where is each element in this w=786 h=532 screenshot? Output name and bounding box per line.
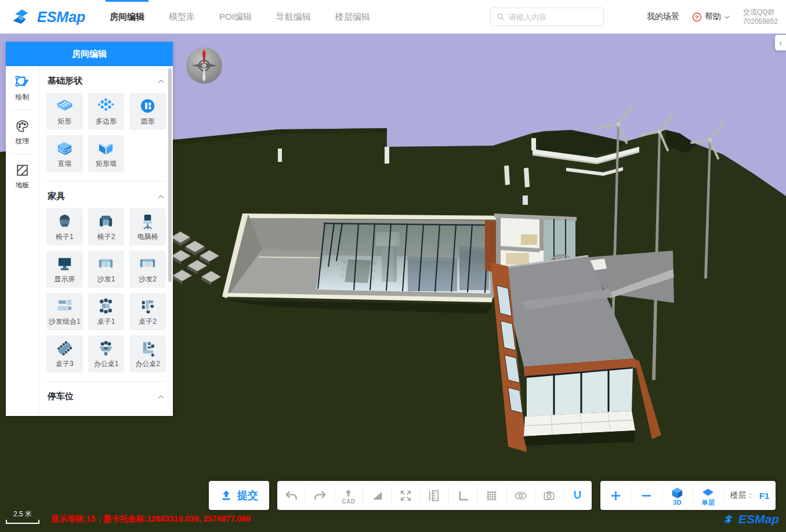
chevron-up-icon [157,77,165,85]
view-toolbar: 3D 单层 楼层： F1 [600,481,776,510]
section-basic-shapes: 基础形状矩形多边形圆形直墙矩形墙 [46,66,166,172]
table-3-icon [56,339,74,357]
upload-icon [220,489,233,502]
tile-label: 多边形 [96,117,117,126]
section-title-furniture[interactable]: 家具 [46,183,166,208]
tile-label: 办公桌2 [135,359,160,369]
toolbar-grid-button[interactable] [478,481,506,510]
shape-tile-office-desk-1[interactable]: 办公桌1 [88,335,125,372]
shape-tile-table-1[interactable]: 桌子1 [88,293,125,330]
panel-scrollbar[interactable] [168,68,172,282]
sidebar-tool-label: 绘制 [16,92,30,102]
collapse-panel-button[interactable]: ‹ [775,35,786,50]
shape-tile-straight-wall[interactable]: 直墙 [46,135,83,172]
toolbar-undo-button[interactable] [277,481,305,510]
section-title-basic-shapes[interactable]: 基础形状 [46,67,166,93]
esmap-logo[interactable]: ESMap [10,0,85,34]
toolbar-corner-button[interactable] [449,481,477,510]
shape-tile-table-2[interactable]: 桌子2 [129,293,166,330]
floor-value[interactable]: F1 [759,491,770,501]
tile-label: 沙发组合1 [49,317,81,327]
zoom-out-button[interactable] [631,481,661,510]
toolbar-redo-button[interactable] [306,481,334,510]
tile-label: 矩形 [57,117,71,126]
nav-tabs: 房间编辑模型库POI编辑导航编辑楼层编辑 [97,0,382,34]
help-menu[interactable]: ? 帮助 [692,12,730,22]
glass-room [316,223,490,294]
tab-poi-edit[interactable]: POI编辑 [207,0,264,34]
shape-tile-polygon[interactable]: 多边形 [88,93,125,130]
straight-wall-icon [56,139,74,157]
shape-tile-circle[interactable]: 圆形 [129,93,166,130]
shape-tile-computer-chair[interactable]: 电脑椅 [129,208,166,245]
search-input[interactable] [509,13,597,21]
chair-2-icon [97,212,115,230]
shape-tile-sofa-2[interactable]: 沙发2 [129,251,166,288]
draw-icon [15,75,30,89]
esmap-logo-icon [10,7,32,27]
grid-icon [485,489,498,502]
search-icon [497,13,505,21]
toolbar-mark-button[interactable] [363,481,391,510]
shape-tile-office-desk-2[interactable]: 办公桌2 [129,335,166,372]
submit-label: 提交 [237,488,258,502]
toolbar-snap-button[interactable] [564,481,592,510]
corner-icon [457,489,470,502]
tile-label: 圆形 [141,117,155,126]
shape-tile-sofa-1[interactable]: 沙发1 [88,251,125,288]
compass[interactable] [186,47,223,84]
eye-icon [514,489,527,502]
shape-tile-monitor[interactable]: 显示屏 [46,251,83,288]
main-toolbar: CAD [277,481,592,510]
shape-tile-chair-1[interactable]: 椅子1 [46,208,83,245]
sidebar-tool-floor[interactable]: 地板 [10,154,34,198]
sidebar-tool-draw[interactable]: 绘制 [6,66,39,110]
toolbar-cad-import-button[interactable]: CAD [335,481,363,510]
tile-label: 椅子1 [56,232,74,242]
map-canvas[interactable]: ‹ 房间编辑 绘制纹理地板 基础形状矩形多边形圆形直墙矩形墙家具椅子1椅子2电脑… [0,34,786,532]
tile-label: 显示屏 [54,274,75,284]
collapse-arrow: ‹ [779,38,782,48]
single-layer-button[interactable]: 单层 [693,481,723,510]
submit-button[interactable]: 提交 [209,481,269,510]
toolbar-screenshot-button[interactable] [535,481,563,510]
view-3d-button[interactable]: 3D [662,481,693,510]
help-icon: ? [692,12,702,22]
shape-tile-chair-2[interactable]: 椅子2 [88,208,125,245]
topbar-right: 我的场景 ? 帮助 交流QQ群 702059852 [647,0,778,34]
shape-tile-rect-wall[interactable]: 矩形墙 [88,135,125,172]
toolbar-fullscreen-button[interactable] [392,481,419,510]
section-title-text: 停车位 [48,391,74,402]
tile-label: 桌子1 [97,317,115,327]
chevron-up-icon [157,393,165,400]
toolbar-measure-button[interactable] [421,481,448,510]
tab-room-edit[interactable]: 房间编辑 [97,0,157,34]
shape-tile-rect[interactable]: 矩形 [46,93,83,130]
svg-text:?: ? [695,14,698,20]
shape-tile-sofa-set-1[interactable]: 沙发组合1 [46,293,83,330]
scale-label: 2.5 米 [6,509,39,519]
rect-wall-icon [97,139,115,157]
zoom-in-button[interactable] [600,481,631,510]
tile-label: 沙发2 [139,274,157,284]
toolbar-visibility-button[interactable] [506,481,534,510]
search-box[interactable] [490,8,604,26]
shape-tile-table-3[interactable]: 桌子3 [46,335,83,372]
tab-nav-edit[interactable]: 导航编辑 [264,0,323,34]
office-desk-2-icon [139,339,157,357]
tab-model-library[interactable]: 模型库 [157,0,207,34]
tile-label: 椅子2 [97,232,115,242]
scale-bracket [6,520,39,524]
sidebar-tool-texture[interactable]: 纹理 [10,110,34,154]
office-desk-1-icon [97,339,115,357]
esmap-watermark: ESMap [722,512,779,526]
computer-chair-icon [139,212,157,230]
help-label: 帮助 [705,12,721,22]
esmap-watermark-icon [722,513,736,526]
tab-floor-edit[interactable]: 楼层编辑 [323,0,382,34]
top-navigation-bar: ESMap 房间编辑模型库POI编辑导航编辑楼层编辑 我的场景 ? 帮助 交流Q… [0,0,786,34]
section-title-parking[interactable]: 停车位 [46,383,166,408]
sofa-set-icon [56,297,74,315]
chevron-up-icon [157,193,165,200]
my-scenes-link[interactable]: 我的场景 [647,12,679,22]
